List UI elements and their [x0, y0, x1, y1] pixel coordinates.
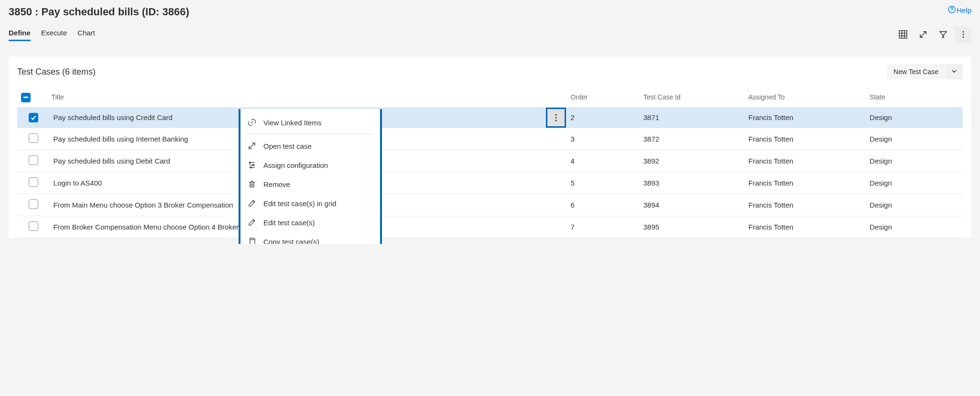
expand-button[interactable]	[915, 27, 931, 43]
pencil-icon	[247, 218, 257, 227]
row-order: 6	[567, 194, 640, 216]
svg-point-12	[555, 120, 556, 121]
row-test-case-id: 3893	[640, 172, 745, 194]
copy-icon	[247, 237, 257, 244]
row-title: Pay scheduled bills using Internet Banki…	[54, 135, 188, 143]
menu-item[interactable]: Remove	[240, 175, 380, 194]
svg-point-1	[951, 11, 952, 12]
tab-define[interactable]: Define	[9, 29, 31, 41]
row-test-case-id: 3892	[640, 150, 745, 172]
row-checkbox[interactable]	[29, 177, 38, 187]
new-test-case-button[interactable]: New Test Case	[887, 64, 945, 79]
row-title: Pay scheduled bills using Debit Card	[54, 157, 170, 165]
link-icon	[247, 118, 257, 127]
row-title: From Main Menu choose Option 3 Broker Co…	[54, 201, 233, 209]
menu-item[interactable]: Open test case	[240, 136, 380, 155]
row-order: 7	[567, 216, 640, 238]
table-row[interactable]: Pay scheduled bills using Credit Card238…	[17, 107, 963, 128]
filter-button[interactable]	[935, 27, 951, 43]
table-row[interactable]: From Broker Compensation Menu choose Opt…	[17, 216, 963, 238]
row-checkbox[interactable]	[29, 155, 38, 165]
panel-title: Test Cases (6 items)	[17, 67, 96, 77]
menu-item-label: Edit test case(s) in grid	[263, 199, 337, 208]
row-state: Design	[866, 172, 963, 194]
tab-chart[interactable]: Chart	[77, 29, 95, 41]
row-state: Design	[866, 107, 963, 128]
row-test-case-id: 3872	[640, 128, 745, 150]
row-order: 3	[567, 128, 640, 150]
menu-item-label: Assign configuration	[263, 161, 328, 169]
row-context-menu[interactable]: View Linked ItemsOpen test caseAssign co…	[239, 109, 382, 244]
row-order: 2	[567, 107, 640, 128]
svg-point-11	[555, 117, 556, 118]
tabs: Define Execute Chart	[9, 29, 95, 41]
menu-item[interactable]: Copy test case(s)	[240, 232, 380, 244]
row-state: Design	[866, 194, 963, 216]
row-checkbox[interactable]	[29, 133, 38, 143]
table-row[interactable]: From Main Menu choose Option 3 Broker Co…	[17, 194, 963, 216]
column-state[interactable]: State	[866, 87, 963, 107]
open-icon	[247, 141, 257, 151]
select-all-checkbox[interactable]	[21, 93, 31, 102]
row-state: Design	[866, 128, 963, 150]
row-assigned-to: Francis Totten	[744, 107, 866, 128]
help-label: Help	[957, 6, 971, 14]
menu-item[interactable]: View Linked Items	[240, 113, 380, 132]
row-test-case-id: 3895	[640, 216, 745, 238]
row-checkbox[interactable]	[29, 221, 38, 231]
svg-point-7	[963, 31, 964, 33]
table-row[interactable]: Pay scheduled bills using Internet Banki…	[17, 128, 963, 150]
row-test-case-id: 3871	[640, 107, 745, 128]
menu-item-label: Open test case	[263, 142, 312, 150]
column-test-case-id[interactable]: Test Case Id	[640, 87, 745, 107]
pencil-icon	[247, 198, 257, 208]
more-vertical-icon	[959, 30, 968, 40]
table-row[interactable]: Pay scheduled bills using Debit Card4389…	[17, 150, 963, 172]
menu-item[interactable]: Edit test case(s)	[240, 213, 380, 232]
row-title: Pay scheduled bills using Credit Card	[54, 113, 173, 121]
column-assigned-to[interactable]: Assigned To	[744, 87, 866, 107]
help-icon	[948, 6, 956, 15]
trash-icon	[247, 179, 257, 189]
row-order: 4	[567, 150, 640, 172]
column-order[interactable]: Order	[567, 87, 640, 107]
tab-execute[interactable]: Execute	[41, 29, 67, 41]
svg-point-9	[963, 36, 964, 38]
table-row[interactable]: Login to AS40053893Francis TottenDesign	[17, 172, 963, 194]
menu-item-label: Edit test case(s)	[263, 219, 315, 227]
menu-item[interactable]: Edit test case(s) in grid	[240, 194, 380, 213]
grid-icon	[899, 30, 907, 40]
row-assigned-to: Francis Totten	[744, 128, 866, 150]
svg-rect-23	[250, 240, 255, 244]
menu-item[interactable]: Assign configuration	[240, 155, 380, 175]
svg-point-8	[963, 33, 964, 35]
config-icon	[247, 160, 257, 170]
row-title: Login to AS400	[54, 179, 102, 187]
new-test-case-chevron[interactable]	[946, 64, 963, 79]
row-more-button[interactable]	[546, 108, 566, 128]
svg-point-10	[555, 114, 556, 115]
row-checkbox[interactable]	[29, 199, 38, 209]
row-order: 5	[567, 172, 640, 194]
expand-icon	[919, 30, 927, 40]
help-link[interactable]: Help	[948, 6, 971, 15]
menu-item-label: View Linked Items	[263, 119, 321, 127]
row-state: Design	[866, 150, 963, 172]
grid-view-button[interactable]	[895, 27, 911, 43]
row-assigned-to: Francis Totten	[744, 172, 866, 194]
column-title[interactable]: Title	[50, 87, 567, 107]
row-checkbox[interactable]	[29, 113, 38, 122]
more-actions-button[interactable]	[955, 27, 971, 43]
svg-rect-2	[899, 31, 907, 38]
chevron-down-icon	[951, 68, 957, 76]
menu-separator	[247, 134, 373, 134]
menu-item-label: Remove	[263, 180, 290, 188]
filter-icon	[939, 30, 947, 40]
menu-item-label: Copy test case(s)	[263, 238, 319, 244]
row-state: Design	[866, 216, 963, 238]
row-assigned-to: Francis Totten	[744, 194, 866, 216]
row-assigned-to: Francis Totten	[744, 150, 866, 172]
page-title: 3850 : Pay scheduled bills (ID: 3866)	[9, 6, 189, 18]
row-test-case-id: 3894	[640, 194, 745, 216]
row-assigned-to: Francis Totten	[744, 216, 866, 238]
